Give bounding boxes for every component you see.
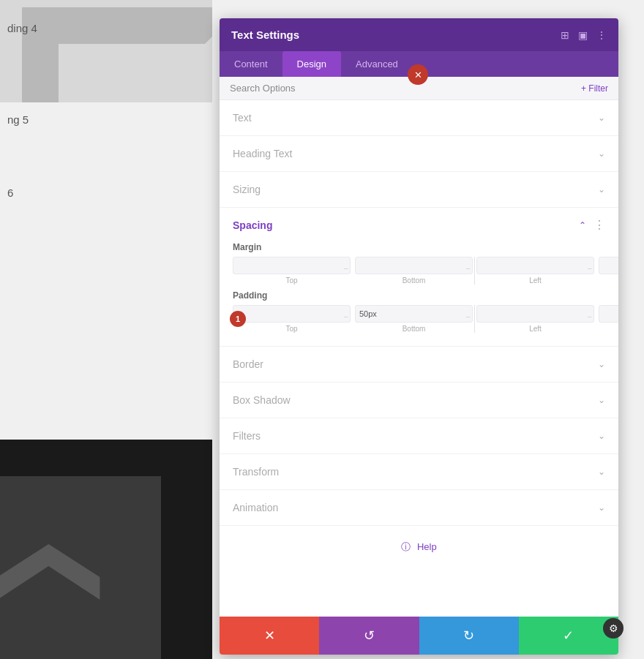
padding-right-input[interactable] [599,306,618,322]
margin-left-right: ⎯ Left Right [476,257,618,285]
tab-content[interactable]: Content [220,51,282,77]
section-transform-chevron: ⌄ [598,467,605,477]
canvas-bottom-area: See w [0,440,212,659]
spacing-chevron-icon: ⌃ [579,220,586,230]
spacing-header[interactable]: Spacing ⌃ ⋮ [220,208,618,242]
undo-icon: ↺ [364,628,375,644]
padding-left-link-icon[interactable]: ⎯ [585,310,594,317]
help-icon: ⓘ [401,541,411,552]
cancel-icon: ✕ [264,628,275,644]
padding-left-input[interactable] [477,306,585,322]
padding-divider [474,305,475,333]
section-border-chevron: ⌄ [598,359,605,369]
margin-top-input-wrap: ⎯ [233,257,351,274]
panel-content: Text ⌄ Heading Text ⌄ Sizing ⌄ Spacing ⌃… [220,100,618,617]
margin-label: Margin [233,242,605,252]
padding-badge: 1 [230,311,246,327]
section-animation-label: Animation [233,502,278,513]
padding-bottom-input[interactable] [356,306,464,322]
margin-left-field: ⎯ Left [476,257,594,285]
corner-settings-icon[interactable]: ⚙ [603,618,624,639]
split-icon[interactable]: ▣ [578,29,588,41]
padding-bottom-label: Bottom [402,325,426,333]
section-box-shadow-chevron: ⌄ [598,395,605,405]
section-heading-text[interactable]: Heading Text ⌄ [220,136,618,172]
search-options-label[interactable]: Search Options [230,83,296,94]
padding-right-input-wrap [599,305,618,323]
padding-top-bottom: ⎯ Top ⎯ Bottom [233,305,473,333]
padding-left-right: ⎯ Left Right [476,305,618,333]
margin-top-link-icon[interactable]: ⎯ [342,262,350,269]
padding-bottom-link-icon[interactable]: ⎯ [464,310,472,317]
margin-left-label: Left [529,276,542,285]
margin-divider [474,257,475,285]
panel-header-icons: ⊞ ▣ ⋮ [561,29,607,41]
spacing-section: Spacing ⌃ ⋮ Margin ⎯ [220,208,618,347]
section-animation[interactable]: Animation ⌄ [220,490,618,526]
more-icon[interactable]: ⋮ [596,29,607,41]
redo-icon: ↻ [463,628,474,644]
padding-top-label: Top [285,325,297,333]
margin-row: ⎯ Top ⎯ Bottom [233,257,605,285]
section-sizing[interactable]: Sizing ⌄ [220,172,618,208]
margin-top-bottom: ⎯ Top ⎯ Bottom [233,257,473,285]
cancel-button[interactable]: ✕ [220,617,319,655]
section-sizing-chevron: ⌄ [598,184,605,195]
spacing-fields: Margin ⎯ Top [220,242,618,346]
section-border[interactable]: Border ⌄ [220,347,618,383]
canvas-text-heading4: ding 4 [7,22,37,34]
tab-design[interactable]: Design [282,51,341,77]
section-filters[interactable]: Filters ⌄ [220,418,618,454]
margin-right-field: Right [599,257,618,285]
tab-advanced[interactable]: Advanced [341,51,413,77]
margin-left-input-wrap: ⎯ [476,257,594,274]
margin-bottom-link-icon[interactable]: ⎯ [464,262,472,269]
undo-button[interactable]: ↺ [319,617,419,655]
margin-right-input[interactable] [599,257,618,274]
padding-top-link-icon[interactable]: ⎯ [342,310,350,317]
help-section: ⓘ Help [220,526,618,568]
panel-header: Text Settings ⊞ ▣ ⋮ [220,18,618,51]
padding-left-field: ⎯ Left [476,305,594,333]
padding-top-input-wrap: ⎯ [233,305,351,323]
spacing-title: Spacing [233,219,272,231]
section-box-shadow[interactable]: Box Shadow ⌄ [220,383,618,418]
close-button[interactable]: ✕ [408,64,428,85]
canvas-text-heading5: ng 5 [7,113,29,126]
panel-title: Text Settings [231,29,299,41]
section-box-shadow-label: Box Shadow [233,394,291,406]
section-heading-chevron: ⌄ [598,148,605,159]
margin-left-link-icon[interactable]: ⎯ [585,262,594,269]
padding-left-input-wrap: ⎯ [476,305,594,323]
margin-top-label: Top [285,276,297,285]
padding-top-field: ⎯ Top [233,305,351,333]
section-animation-chevron: ⌄ [598,502,605,513]
section-filters-label: Filters [233,430,261,442]
redo-button[interactable]: ↻ [419,617,519,655]
margin-right-input-wrap [599,257,618,274]
section-filters-chevron: ⌄ [598,431,605,441]
canvas-text-heading6: 6 [7,187,13,199]
padding-top-input[interactable] [233,306,342,322]
section-border-label: Border [233,358,263,370]
section-text-label: Text [233,112,252,124]
section-sizing-label: Sizing [233,184,261,195]
padding-label: Padding [233,290,605,301]
margin-top-input[interactable] [233,257,342,274]
section-text[interactable]: Text ⌄ [220,100,618,136]
section-transform-label: Transform [233,466,279,478]
settings-panel: Text Settings ⊞ ▣ ⋮ Content Design Advan… [220,18,618,655]
save-button[interactable]: ✓ [519,617,618,655]
save-icon: ✓ [563,628,574,644]
margin-bottom-label: Bottom [402,276,426,285]
section-transform[interactable]: Transform ⌄ [220,454,618,490]
filter-button[interactable]: + Filter [581,83,608,94]
margin-bottom-field: ⎯ Bottom [355,257,473,285]
margin-bottom-input[interactable] [356,257,464,274]
margin-left-input[interactable] [477,257,585,274]
spacing-more-icon[interactable]: ⋮ [594,218,605,232]
padding-row: 1 ⎯ Top [233,305,605,333]
help-label[interactable]: Help [417,541,437,552]
margin-bottom-input-wrap: ⎯ [355,257,473,274]
fullscreen-icon[interactable]: ⊞ [561,29,569,41]
